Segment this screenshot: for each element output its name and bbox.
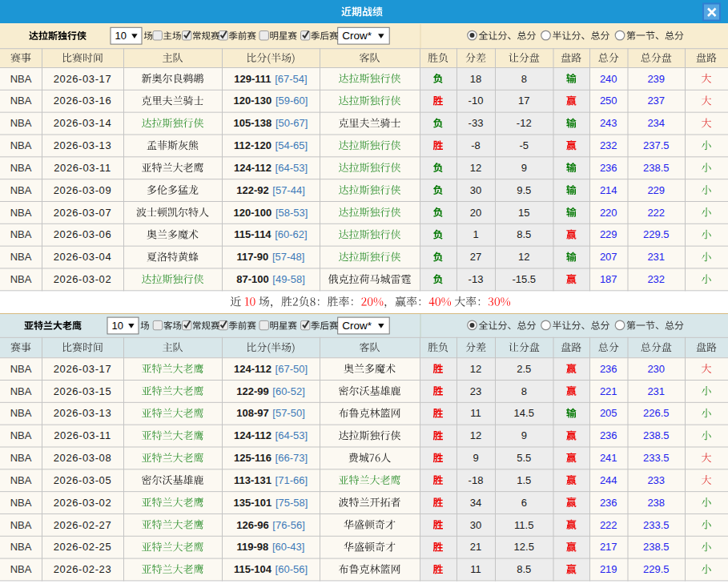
svg-text:12: 12	[470, 429, 481, 441]
svg-text:222: 222	[647, 207, 665, 219]
svg-text:2026-03-17: 2026-03-17	[54, 363, 112, 375]
svg-text:9: 9	[521, 162, 527, 174]
svg-text:8.5: 8.5	[517, 563, 531, 575]
svg-text:-12: -12	[517, 117, 532, 129]
svg-text:NBA: NBA	[10, 73, 32, 85]
svg-text:2026-03-13: 2026-03-13	[54, 407, 112, 419]
svg-text:105-138 [50-67]: 105-138 [50-67]	[234, 117, 308, 129]
svg-text:2026-03-13: 2026-03-13	[54, 139, 112, 151]
svg-text:129-111 [67-54]: 129-111 [67-54]	[234, 73, 307, 85]
svg-text:21: 21	[470, 541, 481, 553]
svg-text:124-112 [64-53]: 124-112 [64-53]	[234, 429, 308, 441]
svg-text:120-130 [59-60]: 120-130 [59-60]	[234, 95, 308, 107]
svg-text:239: 239	[647, 73, 665, 85]
svg-text:9: 9	[473, 452, 478, 464]
svg-text:119-98 [60-43]: 119-98 [60-43]	[237, 541, 305, 553]
svg-text:2026-03-08: 2026-03-08	[54, 452, 112, 464]
svg-text:NBA: NBA	[10, 429, 32, 441]
svg-text:244: 244	[600, 474, 617, 486]
svg-text:-13: -13	[469, 273, 484, 285]
svg-text:8.5: 8.5	[517, 228, 531, 240]
svg-text:214: 214	[600, 184, 617, 196]
svg-text:17: 17	[518, 95, 529, 107]
svg-text:236: 236	[600, 429, 617, 441]
svg-text:NBA: NBA	[10, 162, 32, 174]
svg-text:NBA: NBA	[10, 474, 32, 486]
svg-text:2026-02-23: 2026-02-23	[54, 563, 112, 575]
svg-text:Crow*: Crow*	[342, 320, 372, 332]
svg-text:229.5: 229.5	[643, 563, 670, 575]
svg-text:108-97 [57-50]: 108-97 [57-50]	[236, 407, 305, 419]
svg-text:NBA: NBA	[10, 95, 32, 107]
svg-text:234: 234	[647, 117, 665, 129]
svg-text:Crow*: Crow*	[342, 30, 372, 42]
svg-text:2026-03-11: 2026-03-11	[54, 429, 111, 441]
svg-text:8: 8	[521, 385, 527, 397]
svg-text:2.5: 2.5	[517, 363, 531, 375]
svg-text:126-96 [76-56]: 126-96 [76-56]	[236, 519, 305, 531]
svg-text:1.5: 1.5	[517, 474, 531, 486]
svg-text:2026-03-09: 2026-03-09	[54, 184, 112, 196]
svg-text:250: 250	[600, 95, 617, 107]
svg-text:237.5: 237.5	[643, 139, 670, 151]
svg-text:232: 232	[600, 139, 617, 151]
svg-text:NBA: NBA	[10, 273, 32, 285]
svg-text:229.5: 229.5	[643, 228, 670, 240]
svg-text:2026-02-27: 2026-02-27	[54, 519, 112, 531]
svg-text:238.5: 238.5	[643, 541, 670, 553]
svg-text:18: 18	[470, 73, 481, 85]
svg-text:236: 236	[600, 497, 617, 509]
svg-text:NBA: NBA	[10, 251, 32, 263]
svg-text:-8: -8	[471, 139, 481, 151]
svg-text:NBA: NBA	[10, 519, 32, 531]
svg-text:NBA: NBA	[10, 452, 32, 464]
svg-text:11: 11	[470, 407, 481, 419]
svg-text:124-112 [64-53]: 124-112 [64-53]	[234, 162, 308, 174]
svg-text:NBA: NBA	[10, 184, 32, 196]
svg-text:15: 15	[518, 207, 529, 219]
svg-text:2026-03-17: 2026-03-17	[54, 73, 112, 85]
svg-text:-15.5: -15.5	[512, 273, 536, 285]
svg-text:2026-03-11: 2026-03-11	[54, 162, 111, 174]
svg-text:-10: -10	[469, 95, 484, 107]
svg-text:221: 221	[600, 385, 617, 397]
svg-text:187: 187	[600, 273, 617, 285]
svg-text:219: 219	[600, 563, 617, 575]
svg-text:12.5: 12.5	[514, 541, 534, 553]
svg-text:122-92 [57-44]: 122-92 [57-44]	[236, 184, 305, 196]
svg-text:243: 243	[600, 117, 617, 129]
svg-text:NBA: NBA	[10, 228, 32, 240]
svg-text:12: 12	[470, 162, 481, 174]
svg-text:238: 238	[647, 497, 665, 509]
svg-text:30: 30	[470, 519, 481, 531]
svg-text:23: 23	[470, 385, 481, 397]
svg-text:NBA: NBA	[10, 385, 32, 397]
svg-text:236: 236	[600, 363, 617, 375]
svg-text:-33: -33	[469, 117, 484, 129]
svg-text:NBA: NBA	[10, 139, 32, 151]
svg-text:205: 205	[600, 407, 617, 419]
svg-text:207: 207	[600, 251, 617, 263]
svg-text:-5: -5	[519, 139, 529, 151]
svg-text:NBA: NBA	[10, 407, 32, 419]
svg-text:229: 229	[600, 228, 617, 240]
svg-text:9.5: 9.5	[517, 184, 531, 196]
svg-text:2026-03-16: 2026-03-16	[54, 95, 112, 107]
svg-text:233: 233	[647, 474, 665, 486]
svg-text:117-90 [57-48]: 117-90 [57-48]	[237, 251, 305, 263]
svg-text:231: 231	[647, 251, 665, 263]
svg-text:2026-03-14: 2026-03-14	[54, 117, 112, 129]
svg-text:9: 9	[521, 429, 527, 441]
svg-text:231: 231	[647, 385, 665, 397]
svg-text:30: 30	[470, 184, 481, 196]
svg-text:NBA: NBA	[10, 207, 32, 219]
svg-text:125-116 [66-73]: 125-116 [66-73]	[234, 452, 308, 464]
svg-text:2026-03-02: 2026-03-02	[54, 273, 112, 285]
svg-text:230: 230	[647, 363, 665, 375]
svg-text:237: 237	[647, 95, 665, 107]
svg-text:12: 12	[470, 363, 481, 375]
svg-text:10: 10	[115, 30, 127, 42]
svg-text:12: 12	[518, 251, 529, 263]
svg-text:122-99 [60-52]: 122-99 [60-52]	[236, 385, 305, 397]
svg-text:120-100 [58-53]: 120-100 [58-53]	[234, 207, 308, 219]
